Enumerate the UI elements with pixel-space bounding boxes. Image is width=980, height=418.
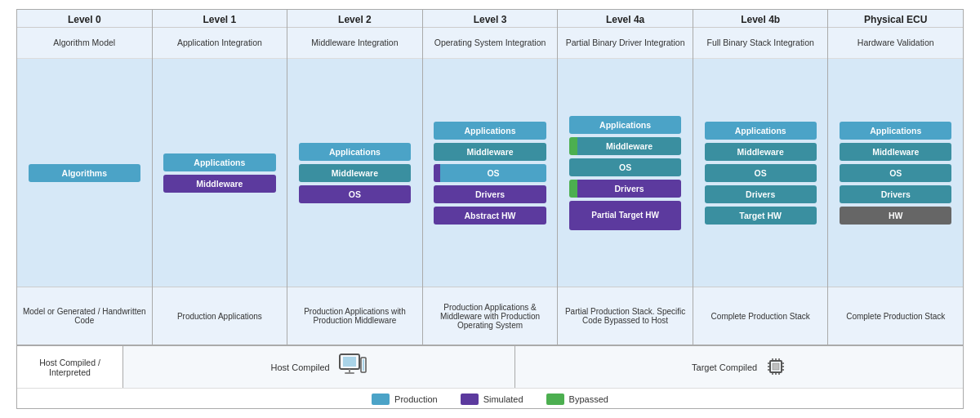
legend-production: Production: [372, 394, 438, 405]
level4a-header: Level 4a: [558, 10, 693, 28]
level2-stack: Applications Middleware OS: [287, 59, 422, 287]
l4a-partial-hw: Partial Target HW: [569, 201, 681, 230]
level0-footer: Model or Generated / Handwritten Code: [17, 287, 152, 345]
compiled-label: Host Compiled / Interpreted: [17, 346, 123, 388]
pecu-drivers: Drivers: [840, 185, 951, 203]
level2-header: Level 2: [287, 10, 422, 28]
algorithms-block: Algorithms: [29, 164, 140, 182]
physical-ecu-stack: Applications Middleware OS Drivers HW: [828, 59, 963, 287]
level3-subtitle: Operating System Integration: [423, 28, 558, 59]
level4a-stack: Applications Middleware OS Drivers Parti…: [558, 59, 693, 287]
pecu-os: OS: [840, 164, 951, 182]
svg-rect-5: [363, 359, 364, 371]
level1-stack: Applications Middleware: [153, 59, 287, 287]
legend-bypassed-label: Bypassed: [569, 394, 608, 404]
columns-area: Level 0 Algorithm Model Algorithms Model…: [17, 10, 963, 345]
legend-production-label: Production: [394, 394, 438, 404]
level3-stack: Applications Middleware OS Drivers Abstr…: [423, 59, 558, 287]
l4b-applications: Applications: [705, 122, 817, 140]
svg-rect-1: [343, 357, 356, 367]
compiled-target: Target Compiled: [515, 346, 963, 388]
svg-rect-3: [345, 372, 354, 374]
svg-rect-2: [349, 369, 350, 372]
level2-subtitle: Middleware Integration: [287, 28, 422, 59]
level4a-footer: Partial Production Stack. Specific Code …: [558, 287, 693, 345]
level1-subtitle: Application Integration: [153, 28, 287, 59]
l4a-os: OS: [569, 158, 681, 176]
svg-rect-7: [773, 363, 779, 370]
legend-simulated-label: Simulated: [483, 394, 523, 404]
l2-middleware: Middleware: [299, 164, 411, 182]
level0-subtitle: Algorithm Model: [17, 28, 152, 59]
l4b-os: OS: [705, 164, 817, 182]
target-compiled-text: Target Compiled: [692, 362, 757, 372]
col-level3: Level 3 Operating System Integration App…: [423, 10, 559, 345]
col-level4a: Level 4a Partial Binary Driver Integrati…: [558, 10, 693, 345]
level2-footer: Production Applications with Production …: [287, 287, 422, 345]
legend-simulated-swatch: [461, 394, 479, 405]
legend-row: Production Simulated Bypassed: [17, 388, 963, 408]
pecu-hw: HW: [840, 207, 951, 225]
pecu-middleware: Middleware: [840, 143, 951, 161]
l2-applications: Applications: [299, 143, 411, 161]
col-level0: Level 0 Algorithm Model Algorithms Model…: [17, 10, 153, 345]
host-compiled-text: Host Compiled: [271, 362, 330, 372]
legend-production-swatch: [372, 394, 390, 405]
level3-footer: Production Applications & Middleware wit…: [423, 287, 558, 345]
physical-ecu-footer: Complete Production Stack: [828, 287, 963, 345]
l3-abstracthw: Abstract HW: [434, 207, 546, 225]
legend-bypassed-swatch: [546, 394, 564, 405]
l1-middleware: Middleware: [163, 175, 275, 193]
level1-header: Level 1: [153, 10, 287, 28]
chip-icon: [765, 356, 786, 379]
l2-os: OS: [299, 185, 411, 203]
l4a-middleware-strip: [569, 137, 577, 155]
l3-os-strip: [434, 164, 440, 182]
l3-middleware: Middleware: [434, 143, 546, 161]
col-level4b: Level 4b Full Binary Stack Integration A…: [693, 10, 829, 345]
l4a-drivers-label: Drivers: [577, 180, 681, 198]
col-level1: Level 1 Application Integration Applicat…: [153, 10, 288, 345]
physical-ecu-header: Physical ECU: [828, 10, 963, 28]
l4a-drivers-strip: [569, 180, 577, 198]
legend-bypassed: Bypassed: [546, 394, 608, 405]
l1-applications: Applications: [163, 153, 275, 171]
l3-drivers: Drivers: [434, 185, 546, 203]
diagram: Level 0 Algorithm Model Algorithms Model…: [16, 9, 964, 409]
compiled-row: Host Compiled / Interpreted Host Compile…: [17, 345, 963, 388]
l4a-middleware-block: Middleware: [569, 137, 681, 155]
l3-os-label: OS: [440, 164, 546, 182]
col-physical-ecu: Physical ECU Hardware Validation Applica…: [828, 10, 963, 345]
l4a-applications: Applications: [569, 116, 681, 134]
level4a-subtitle: Partial Binary Driver Integration: [558, 28, 693, 59]
level1-footer: Production Applications: [153, 287, 287, 345]
pecu-applications: Applications: [840, 122, 951, 140]
l4b-drivers: Drivers: [705, 185, 817, 203]
level0-header: Level 0: [17, 10, 152, 28]
computer-icon: [338, 353, 368, 381]
l4b-target-hw: Target HW: [705, 207, 817, 225]
level4b-footer: Complete Production Stack: [693, 287, 828, 345]
level4b-header: Level 4b: [693, 10, 828, 28]
level3-header: Level 3: [423, 10, 558, 28]
physical-ecu-subtitle: Hardware Validation: [828, 28, 963, 59]
level4b-subtitle: Full Binary Stack Integration: [693, 28, 828, 59]
l4a-drivers-block: Drivers: [569, 180, 681, 198]
compiled-host: Host Compiled: [123, 346, 515, 388]
col-level2: Level 2 Middleware Integration Applicati…: [287, 10, 423, 345]
legend-simulated: Simulated: [461, 394, 523, 405]
level4b-stack: Applications Middleware OS Drivers Targe…: [693, 59, 828, 287]
l4b-middleware: Middleware: [705, 143, 817, 161]
level0-stack: Algorithms: [17, 59, 152, 287]
l4a-middleware-label: Middleware: [577, 137, 681, 155]
l3-os-block: OS: [434, 164, 546, 182]
l3-applications: Applications: [434, 122, 546, 140]
